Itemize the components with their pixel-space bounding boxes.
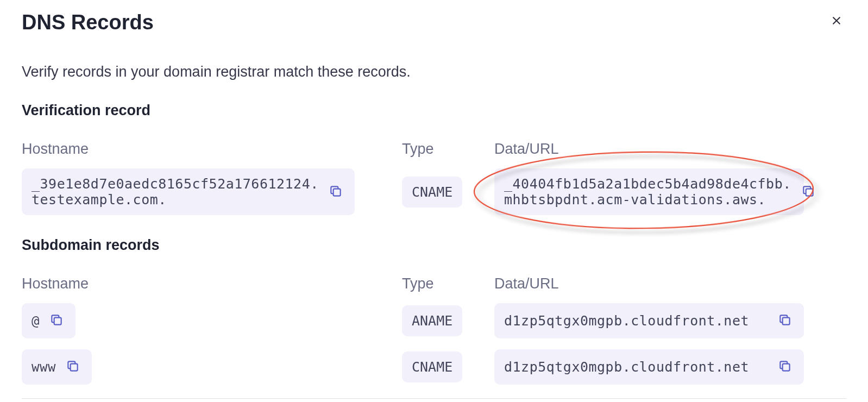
copy-icon [329,184,343,198]
hostname-text-line1: _39e1e8d7e0aedc8165cf52a176612124. [32,176,319,192]
col-header-hostname: Hostname [22,275,391,292]
copy-data-button[interactable] [776,357,794,377]
copy-icon [778,359,792,373]
subdomain-hostname-value: @ [22,303,76,338]
copy-data-button[interactable] [776,311,794,331]
hostname-text-line2: testexample.com. [32,192,319,208]
svg-rect-3 [54,318,61,325]
type-text: CNAME [412,359,452,375]
copy-hostname-button[interactable] [326,182,345,202]
hostname-text: www [32,360,56,375]
col-header-hostname: Hostname [22,141,391,158]
copy-icon [49,313,64,327]
col-header-type: Type [402,275,483,292]
data-text: d1zp5qtgx0mgpb.cloudfront.net [504,313,749,329]
verification-data-value: _40404fb1d5a2a1bdec5b4ad98de4cfbb. mhbts… [494,168,804,215]
subdomain-type-pill: CNAME [402,351,462,382]
subdomain-record-grid: Hostname Type Data/URL @ ANAME d1zp5qtg [22,275,846,385]
verification-type-pill: CNAME [402,177,462,208]
copy-data-button[interactable] [799,182,817,202]
page-title: DNS Records [22,11,154,34]
col-header-data: Data/URL [494,275,846,292]
svg-rect-0 [333,189,340,196]
col-header-type: Type [402,141,483,158]
close-button[interactable] [827,11,846,32]
copy-hostname-button[interactable] [47,311,66,331]
subdomain-section-title: Subdomain records [22,237,846,254]
type-text: ANAME [412,313,452,329]
verification-record-grid: Hostname Type Data/URL _39e1e8d7e0aedc81… [22,141,846,215]
subdomain-hostname-value: www [22,349,92,385]
type-text: CNAME [412,184,452,200]
data-text-line1: _40404fb1d5a2a1bdec5b4ad98de4cfbb. [504,176,791,192]
data-text: d1zp5qtgx0mgpb.cloudfront.net [504,359,749,375]
verification-section-title: Verification record [22,102,846,119]
svg-rect-1 [806,189,813,196]
copy-hostname-button[interactable] [64,357,82,377]
col-header-data: Data/URL [494,141,846,158]
hostname-text: @ [32,313,40,329]
subdomain-type-pill: ANAME [402,305,462,336]
verification-hostname-value: _39e1e8d7e0aedc8165cf52a176612124. teste… [22,168,355,215]
svg-rect-6 [783,364,790,371]
svg-rect-4 [783,318,790,325]
data-text-line2: mhbtsbpdnt.acm-validations.aws. [504,192,791,208]
divider [22,398,846,399]
svg-rect-5 [71,364,78,371]
copy-icon [66,359,80,373]
copy-icon [778,313,792,327]
copy-icon [801,184,815,198]
description-text: Verify records in your domain registrar … [22,64,846,80]
subdomain-data-value: d1zp5qtgx0mgpb.cloudfront.net [494,349,804,385]
close-icon [831,15,842,26]
subdomain-data-value: d1zp5qtgx0mgpb.cloudfront.net [494,303,804,338]
